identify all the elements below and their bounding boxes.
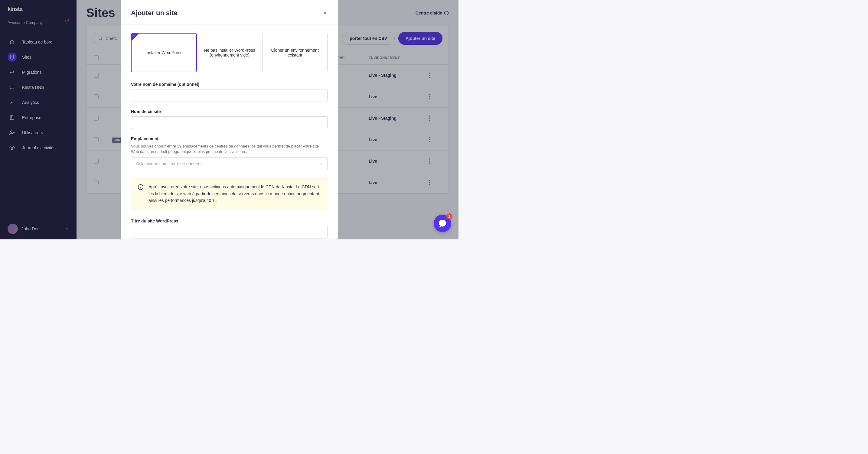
location-label: Emplacement — [131, 136, 328, 141]
domain-input[interactable] — [131, 89, 328, 102]
wp-title-label: Titre du site WordPress — [131, 219, 328, 223]
chat-icon — [438, 219, 447, 228]
check-icon — [132, 34, 135, 37]
location-help: Vous pouvez choisir entre 29 emplacement… — [131, 143, 328, 155]
option-install-wordpress[interactable]: Installer WordPress — [131, 33, 197, 72]
sitename-input[interactable] — [131, 117, 328, 129]
option-label: Ne pas installer WordPress (environnemen… — [202, 48, 258, 58]
option-clone[interactable]: Cloner un environnement existant — [262, 33, 328, 72]
cdn-info-box: Après avoir créé votre site, nous activo… — [131, 177, 328, 210]
domain-label: Votre nom de domaine (optionnel) — [131, 82, 328, 87]
sitename-label: Nom de ce site — [131, 109, 328, 114]
option-label: Installer WordPress — [146, 50, 182, 55]
chat-badge: 1 — [446, 214, 453, 220]
info-text: Après avoir créé votre site, nous activo… — [149, 184, 321, 204]
wp-title-input[interactable] — [131, 226, 328, 238]
location-placeholder: Sélectionnez un centre de données — [136, 161, 203, 166]
option-label: Cloner un environnement existant — [267, 48, 323, 58]
location-select[interactable]: Sélectionnez un centre de données — [131, 158, 328, 170]
info-icon — [137, 184, 144, 190]
add-site-modal: Ajouter un site Installer WordPress Ne p… — [121, 0, 338, 239]
modal-title: Ajouter un site — [131, 9, 178, 17]
chevron-down-icon — [319, 162, 322, 166]
close-icon[interactable] — [323, 10, 328, 15]
install-options: Installer WordPress Ne pas installer Wor… — [131, 33, 328, 72]
option-no-wordpress[interactable]: Ne pas installer WordPress (environnemen… — [197, 33, 262, 72]
chat-button[interactable]: 1 — [434, 215, 451, 232]
